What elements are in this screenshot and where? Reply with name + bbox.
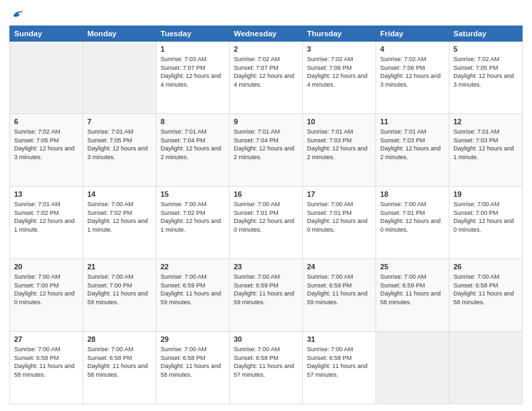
calendar-cell: 17Sunrise: 7:00 AMSunset: 7:01 PMDayligh… <box>303 187 376 259</box>
day-number: 1 <box>161 44 225 54</box>
day-info: Sunrise: 7:00 AMSunset: 7:01 PMDaylight:… <box>307 201 367 233</box>
day-info: Sunrise: 7:02 AMSunset: 7:06 PMDaylight:… <box>380 56 441 88</box>
calendar-cell: 13Sunrise: 7:01 AMSunset: 7:02 PMDayligh… <box>10 187 83 259</box>
calendar-cell: 25Sunrise: 7:00 AMSunset: 6:59 PMDayligh… <box>376 259 449 332</box>
day-info: Sunrise: 7:01 AMSunset: 7:04 PMDaylight:… <box>234 128 294 161</box>
day-info: Sunrise: 7:00 AMSunset: 6:59 PMDaylight:… <box>307 273 367 306</box>
calendar-cell: 15Sunrise: 7:00 AMSunset: 7:02 PMDayligh… <box>157 187 230 259</box>
calendar-cell: 12Sunrise: 7:01 AMSunset: 7:03 PMDayligh… <box>449 114 523 187</box>
header-friday: Friday <box>376 26 449 42</box>
header-tuesday: Tuesday <box>157 26 230 42</box>
calendar-cell: 3Sunrise: 7:02 AMSunset: 7:06 PMDaylight… <box>303 42 376 114</box>
calendar-cell: 5Sunrise: 7:02 AMSunset: 7:05 PMDaylight… <box>449 42 523 114</box>
day-number: 9 <box>234 117 298 127</box>
calendar-cell: 8Sunrise: 7:01 AMSunset: 7:04 PMDaylight… <box>157 114 230 187</box>
calendar-cell: 4Sunrise: 7:02 AMSunset: 7:06 PMDaylight… <box>376 42 449 114</box>
calendar-cell <box>449 332 523 404</box>
day-info: Sunrise: 7:01 AMSunset: 7:03 PMDaylight:… <box>380 128 441 161</box>
day-number: 11 <box>380 117 445 127</box>
day-info: Sunrise: 7:02 AMSunset: 7:06 PMDaylight:… <box>307 56 367 88</box>
day-info: Sunrise: 7:02 AMSunset: 7:05 PMDaylight:… <box>14 128 75 161</box>
day-info: Sunrise: 7:00 AMSunset: 7:00 PMDaylight:… <box>453 201 514 233</box>
calendar-cell: 9Sunrise: 7:01 AMSunset: 7:04 PMDaylight… <box>230 114 303 187</box>
day-number: 23 <box>234 262 298 272</box>
day-number: 3 <box>307 44 371 54</box>
calendar-cell: 1Sunrise: 7:03 AMSunset: 7:07 PMDaylight… <box>157 42 230 114</box>
day-number: 28 <box>87 334 152 345</box>
day-number: 8 <box>161 117 225 127</box>
day-info: Sunrise: 7:03 AMSunset: 7:07 PMDaylight:… <box>161 56 221 88</box>
day-number: 20 <box>14 262 79 272</box>
calendar-week-row: 27Sunrise: 7:00 AMSunset: 6:58 PMDayligh… <box>10 332 523 404</box>
logo <box>9 7 27 21</box>
day-info: Sunrise: 7:02 AMSunset: 7:07 PMDaylight:… <box>234 56 294 88</box>
calendar-cell: 16Sunrise: 7:00 AMSunset: 7:01 PMDayligh… <box>230 187 303 259</box>
day-number: 5 <box>453 44 518 54</box>
calendar-cell: 18Sunrise: 7:00 AMSunset: 7:01 PMDayligh… <box>376 187 449 259</box>
day-number: 17 <box>307 189 371 199</box>
day-number: 24 <box>307 262 371 272</box>
day-number: 12 <box>453 117 518 127</box>
header-wednesday: Wednesday <box>230 26 303 42</box>
day-number: 18 <box>380 189 445 199</box>
day-info: Sunrise: 7:00 AMSunset: 7:02 PMDaylight:… <box>87 201 148 233</box>
calendar-cell: 21Sunrise: 7:00 AMSunset: 7:00 PMDayligh… <box>83 259 157 332</box>
logo-bird-icon <box>9 7 24 21</box>
day-info: Sunrise: 7:00 AMSunset: 7:01 PMDaylight:… <box>380 201 441 233</box>
day-info: Sunrise: 7:01 AMSunset: 7:03 PMDaylight:… <box>307 128 367 161</box>
calendar-cell: 6Sunrise: 7:02 AMSunset: 7:05 PMDaylight… <box>10 114 83 187</box>
day-number: 26 <box>453 262 518 272</box>
calendar-cell: 28Sunrise: 7:00 AMSunset: 6:58 PMDayligh… <box>83 332 157 404</box>
header-thursday: Thursday <box>303 26 376 42</box>
day-number: 10 <box>307 117 371 127</box>
calendar-cell: 19Sunrise: 7:00 AMSunset: 7:00 PMDayligh… <box>449 187 523 259</box>
day-info: Sunrise: 7:00 AMSunset: 6:58 PMDaylight:… <box>307 346 367 378</box>
day-info: Sunrise: 7:01 AMSunset: 7:05 PMDaylight:… <box>87 128 148 161</box>
day-info: Sunrise: 7:01 AMSunset: 7:03 PMDaylight:… <box>453 128 514 161</box>
calendar-cell <box>376 332 449 404</box>
day-number: 7 <box>87 117 152 127</box>
calendar-week-row: 6Sunrise: 7:02 AMSunset: 7:05 PMDaylight… <box>10 114 523 187</box>
day-number: 21 <box>87 262 152 272</box>
calendar-cell: 11Sunrise: 7:01 AMSunset: 7:03 PMDayligh… <box>376 114 449 187</box>
day-number: 15 <box>161 189 225 199</box>
day-number: 29 <box>161 334 225 345</box>
day-info: Sunrise: 7:00 AMSunset: 6:59 PMDaylight:… <box>234 273 294 306</box>
calendar-cell: 23Sunrise: 7:00 AMSunset: 6:59 PMDayligh… <box>230 259 303 332</box>
day-info: Sunrise: 7:02 AMSunset: 7:05 PMDaylight:… <box>453 56 514 88</box>
calendar-cell: 20Sunrise: 7:00 AMSunset: 7:00 PMDayligh… <box>10 259 83 332</box>
day-number: 27 <box>14 334 79 345</box>
day-number: 31 <box>307 334 371 345</box>
day-info: Sunrise: 7:00 AMSunset: 6:58 PMDaylight:… <box>161 346 221 378</box>
day-number: 25 <box>380 262 445 272</box>
calendar-cell: 30Sunrise: 7:00 AMSunset: 6:58 PMDayligh… <box>230 332 303 404</box>
calendar-cell: 7Sunrise: 7:01 AMSunset: 7:05 PMDaylight… <box>83 114 157 187</box>
calendar-cell: 14Sunrise: 7:00 AMSunset: 7:02 PMDayligh… <box>83 187 157 259</box>
day-info: Sunrise: 7:00 AMSunset: 6:58 PMDaylight:… <box>14 346 75 378</box>
day-number: 2 <box>234 44 298 54</box>
calendar-week-row: 20Sunrise: 7:00 AMSunset: 7:00 PMDayligh… <box>10 259 523 332</box>
day-info: Sunrise: 7:00 AMSunset: 7:01 PMDaylight:… <box>234 201 294 233</box>
day-number: 6 <box>14 117 79 127</box>
calendar-cell: 31Sunrise: 7:00 AMSunset: 6:58 PMDayligh… <box>303 332 376 404</box>
day-info: Sunrise: 7:01 AMSunset: 7:04 PMDaylight:… <box>161 128 221 161</box>
day-info: Sunrise: 7:00 AMSunset: 6:59 PMDaylight:… <box>161 273 221 306</box>
calendar-cell <box>83 42 157 114</box>
calendar-week-row: 1Sunrise: 7:03 AMSunset: 7:07 PMDaylight… <box>10 42 523 114</box>
day-number: 13 <box>14 189 79 199</box>
day-number: 16 <box>234 189 298 199</box>
calendar-cell: 27Sunrise: 7:00 AMSunset: 6:58 PMDayligh… <box>10 332 83 404</box>
calendar-cell <box>10 42 83 114</box>
day-info: Sunrise: 7:00 AMSunset: 7:00 PMDaylight:… <box>14 273 75 306</box>
header-saturday: Saturday <box>449 26 523 42</box>
calendar-header-row: Sunday Monday Tuesday Wednesday Thursday… <box>10 26 523 42</box>
calendar-cell: 24Sunrise: 7:00 AMSunset: 6:59 PMDayligh… <box>303 259 376 332</box>
day-number: 30 <box>234 334 298 345</box>
day-number: 14 <box>87 189 152 199</box>
header-sunday: Sunday <box>10 26 83 42</box>
calendar-body: 1Sunrise: 7:03 AMSunset: 7:07 PMDaylight… <box>10 42 523 404</box>
calendar-cell: 29Sunrise: 7:00 AMSunset: 6:58 PMDayligh… <box>157 332 230 404</box>
calendar-cell: 2Sunrise: 7:02 AMSunset: 7:07 PMDaylight… <box>230 42 303 114</box>
calendar-table: Sunday Monday Tuesday Wednesday Thursday… <box>9 26 523 404</box>
calendar-week-row: 13Sunrise: 7:01 AMSunset: 7:02 PMDayligh… <box>10 187 523 259</box>
